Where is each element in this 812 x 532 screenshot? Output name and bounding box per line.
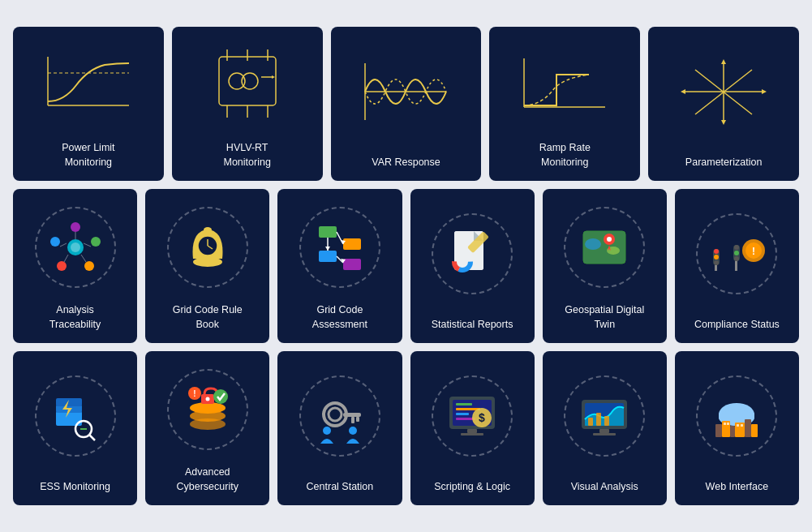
web-interface-icon — [681, 359, 793, 474]
svg-point-42 — [204, 227, 212, 232]
ramp-rate-icon — [496, 35, 634, 135]
geospatial-digital-twin-label: Geospatial DigitalTwin — [565, 303, 644, 332]
svg-rect-129 — [741, 424, 743, 427]
analysis-traceability-icon — [19, 197, 131, 297]
svg-line-37 — [60, 243, 67, 247]
svg-line-36 — [64, 255, 68, 262]
svg-point-32 — [50, 237, 60, 247]
hvlv-rt-monitoring-label: HVLV-RTMonitoring — [224, 141, 271, 169]
statistical-reports-label: Statistical Reports — [432, 318, 513, 332]
parameterization-label: Parameterization — [685, 156, 763, 170]
svg-rect-111 — [588, 418, 593, 426]
advanced-cybersecurity-card[interactable]: ! AdvancedCybersecurity — [145, 351, 269, 505]
row1: Power LimitMonitoring — [13, 27, 799, 181]
svg-point-67 — [714, 255, 719, 260]
visual-analysis-label: Visual Analysis — [571, 480, 638, 495]
ess-monitoring-label: ESS Monitoring — [40, 480, 110, 495]
svg-point-93 — [329, 408, 342, 421]
statistical-reports-card[interactable]: Statistical Reports — [410, 189, 535, 343]
svg-text:$: $ — [479, 411, 485, 424]
visual-analysis-card[interactable]: Visual Analysis — [543, 351, 667, 505]
svg-line-34 — [84, 243, 91, 247]
svg-point-29 — [91, 237, 101, 247]
svg-point-73 — [734, 256, 739, 261]
svg-point-31 — [57, 261, 67, 271]
svg-rect-79 — [56, 398, 82, 406]
svg-rect-120 — [715, 424, 722, 437]
svg-marker-21 — [721, 120, 726, 125]
analysis-traceability-card[interactable]: AnalysisTraceability — [13, 189, 137, 343]
analysis-traceability-label: AnalysisTraceability — [49, 303, 101, 332]
svg-rect-123 — [735, 423, 745, 437]
parameterization-card[interactable]: Parameterization — [648, 27, 799, 181]
svg-rect-127 — [727, 423, 729, 425]
grid-code-rule-book-card[interactable]: Grid Code RuleBook — [145, 189, 269, 343]
svg-point-8 — [242, 73, 258, 89]
svg-rect-122 — [730, 426, 735, 437]
svg-rect-3 — [219, 57, 276, 105]
ramp-rate-monitoring-card[interactable]: Ramp RateMonitoring — [489, 27, 640, 181]
central-station-card[interactable]: Central Station — [277, 351, 402, 505]
svg-rect-101 — [456, 403, 472, 405]
svg-point-30 — [84, 261, 94, 271]
compliance-status-label: Compliance Status — [694, 318, 780, 332]
svg-marker-20 — [721, 59, 726, 64]
geospatial-digital-twin-icon — [549, 197, 660, 297]
compliance-status-icon: ! — [681, 197, 793, 311]
grid-code-assessment-label: Grid CodeAssessment — [312, 303, 367, 332]
svg-point-92 — [324, 403, 346, 426]
advanced-cybersecurity-label: AdvancedCybersecurity — [177, 466, 238, 494]
row2: AnalysisTraceability — [13, 189, 799, 343]
scripting-logic-label: Scripting & Logic — [434, 480, 510, 495]
hvlv-rt-icon — [178, 35, 316, 135]
svg-point-98 — [349, 427, 357, 435]
svg-point-63 — [607, 237, 612, 242]
svg-rect-126 — [724, 423, 726, 425]
grid-code-assessment-icon — [284, 197, 395, 297]
svg-line-82 — [89, 435, 95, 440]
svg-rect-45 — [343, 238, 361, 250]
scripting-logic-card[interactable]: $ Scripting & Logic — [410, 351, 535, 505]
statistical-reports-icon — [417, 197, 528, 311]
svg-marker-52 — [325, 247, 330, 251]
svg-rect-108 — [461, 433, 483, 435]
svg-rect-96 — [351, 417, 354, 423]
svg-rect-107 — [467, 429, 477, 433]
var-response-card[interactable]: VAR Response — [331, 27, 482, 181]
svg-point-60 — [585, 238, 601, 250]
power-limit-icon — [19, 35, 157, 135]
svg-rect-113 — [604, 416, 609, 426]
svg-point-66 — [714, 249, 719, 254]
svg-point-72 — [734, 251, 739, 255]
geospatial-digital-twin-card[interactable]: Geospatial DigitalTwin — [543, 189, 667, 343]
svg-rect-46 — [343, 259, 361, 270]
svg-rect-115 — [593, 433, 616, 435]
svg-point-89 — [213, 389, 228, 404]
advanced-cybersecurity-icon: ! — [152, 359, 263, 459]
power-limit-monitoring-label: Power LimitMonitoring — [62, 141, 114, 169]
svg-point-27 — [71, 242, 80, 252]
svg-rect-114 — [599, 429, 609, 433]
central-station-icon — [284, 359, 395, 474]
ess-monitoring-card[interactable]: ESS Monitoring — [13, 351, 137, 505]
visual-analysis-icon — [549, 359, 660, 474]
svg-point-97 — [323, 427, 331, 435]
svg-line-35 — [81, 255, 86, 262]
power-limit-monitoring-card[interactable]: Power LimitMonitoring — [13, 27, 164, 181]
grid-code-assessment-card[interactable]: Grid CodeAssessment — [277, 189, 402, 343]
grid-code-rule-book-label: Grid Code RuleBook — [173, 303, 243, 332]
svg-rect-95 — [356, 417, 359, 422]
scripting-logic-icon: $ — [417, 359, 528, 474]
svg-point-7 — [229, 73, 245, 89]
svg-marker-22 — [762, 89, 767, 94]
svg-rect-44 — [319, 251, 337, 262]
hvlv-rt-monitoring-card[interactable]: HVLV-RTMonitoring — [172, 27, 323, 181]
svg-point-68 — [714, 260, 719, 265]
svg-point-71 — [734, 245, 739, 250]
parameterization-icon — [655, 35, 793, 149]
compliance-status-card[interactable]: ! Compliance Status — [675, 189, 799, 343]
svg-marker-10 — [272, 75, 275, 79]
svg-point-28 — [71, 222, 80, 232]
svg-rect-124 — [745, 419, 751, 437]
web-interface-card[interactable]: Web Interface — [675, 351, 799, 505]
